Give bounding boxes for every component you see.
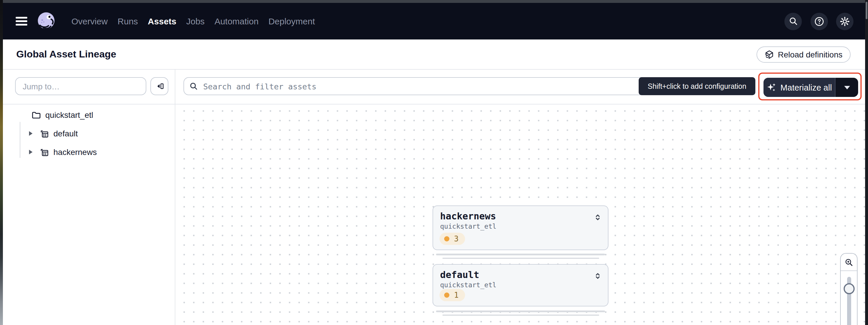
node-subtitle: quickstart_etl: [433, 280, 608, 289]
node-subtitle: quickstart_etl: [433, 222, 608, 230]
group-stack-line: [442, 257, 599, 259]
node-title: default: [440, 270, 479, 280]
help-icon: [814, 16, 824, 26]
search-icon: [788, 16, 798, 26]
gear-icon: [840, 16, 850, 26]
group-stack-line: [436, 254, 605, 255]
nav-item-overview[interactable]: Overview: [71, 16, 108, 26]
status-dot-icon: [444, 292, 450, 298]
scrollbar-thumb[interactable]: [866, 2, 867, 19]
sparkles-icon: [766, 83, 776, 92]
nav-item-assets[interactable]: Assets: [148, 16, 176, 26]
tree-guide-line: [20, 122, 20, 158]
help-button[interactable]: [810, 12, 828, 30]
materialize-all-split-button: Materialize all: [764, 78, 858, 97]
folder-icon: [31, 110, 41, 120]
lineage-canvas[interactable]: hackernews quickstart_etl 3 default quic…: [175, 104, 868, 325]
dagster-app-window: Overview Runs Assets Jobs Automation Dep…: [0, 0, 868, 325]
reload-definitions-button[interactable]: Reload definitions: [756, 46, 850, 63]
zoom-slider-handle[interactable]: [843, 283, 855, 294]
nav-item-runs[interactable]: Runs: [118, 16, 138, 26]
asset-group-icon: [39, 147, 49, 157]
tree-item-label: hackernews: [54, 148, 97, 157]
group-stack-line: [436, 311, 605, 312]
main-toolbar: Shift+click to add configuration Materia…: [175, 70, 868, 104]
collapse-panel-icon: [154, 81, 164, 91]
page-header: Global Asset Lineage Reload definitions: [0, 39, 868, 70]
caret-right-icon: [29, 150, 32, 154]
desktop-edge-strip: [0, 0, 3, 325]
shift-click-tooltip: Shift+click to add configuration: [639, 77, 755, 95]
page-title: Global Asset Lineage: [16, 48, 116, 60]
scrollbar[interactable]: [865, 0, 868, 325]
content-area: quickstart_etl default hackernews: [0, 104, 868, 325]
materialization-count: 3: [454, 234, 459, 243]
reload-cube-icon: [764, 50, 774, 59]
jump-to-input[interactable]: [15, 77, 146, 95]
tree-item-label: quickstart_etl: [45, 110, 93, 120]
materialization-badge: 1: [439, 289, 465, 301]
asset-group-node-default[interactable]: default quickstart_etl 1: [433, 264, 609, 306]
asset-tree-sidebar: quickstart_etl default hackernews: [0, 104, 175, 325]
unfold-icon[interactable]: [593, 271, 602, 280]
nav-item-deployment[interactable]: Deployment: [269, 16, 315, 26]
settings-button[interactable]: [836, 12, 854, 30]
tree-item-group-default[interactable]: default: [0, 124, 175, 143]
group-stack-line: [442, 314, 599, 316]
sidebar-toolbar: [0, 70, 175, 104]
nav-menu: Overview Runs Assets Jobs Automation Dep…: [71, 16, 315, 26]
dagster-logo-icon[interactable]: [35, 10, 57, 32]
annotation-highlight-box: Materialize all: [758, 72, 862, 100]
asset-group-node-hackernews[interactable]: hackernews quickstart_etl 3: [433, 205, 609, 250]
unfold-icon[interactable]: [593, 213, 602, 222]
caret-right-icon: [29, 131, 32, 136]
top-nav: Overview Runs Assets Jobs Automation Dep…: [0, 3, 868, 39]
chevron-down-icon: [844, 86, 850, 89]
zoom-control: [840, 253, 858, 325]
reload-definitions-label: Reload definitions: [778, 50, 842, 59]
materialize-all-label: Materialize all: [780, 83, 832, 92]
zoom-in-button[interactable]: [841, 254, 857, 271]
toolbar-band: Shift+click to add configuration Materia…: [0, 70, 868, 104]
materialization-badge: 3: [439, 233, 465, 245]
hamburger-menu-icon[interactable]: [16, 17, 27, 26]
materialize-options-dropdown[interactable]: [835, 78, 858, 97]
zoom-in-icon: [844, 257, 854, 267]
materialize-all-button[interactable]: Materialize all: [764, 78, 835, 97]
nav-item-automation[interactable]: Automation: [215, 16, 259, 26]
status-dot-icon: [444, 236, 450, 241]
asset-tree: quickstart_etl default hackernews: [0, 104, 175, 161]
collapse-sidebar-button[interactable]: [150, 77, 168, 95]
tree-item-label: default: [54, 129, 78, 138]
search-button[interactable]: [784, 12, 802, 30]
tree-item-code-location[interactable]: quickstart_etl: [0, 106, 175, 124]
nav-actions: [784, 3, 854, 39]
nav-item-jobs[interactable]: Jobs: [186, 16, 205, 26]
window-top-strip: [0, 0, 868, 3]
asset-group-icon: [39, 129, 49, 138]
materialization-count: 1: [454, 291, 459, 299]
tree-item-group-hackernews[interactable]: hackernews: [0, 143, 175, 161]
node-title: hackernews: [440, 211, 496, 221]
